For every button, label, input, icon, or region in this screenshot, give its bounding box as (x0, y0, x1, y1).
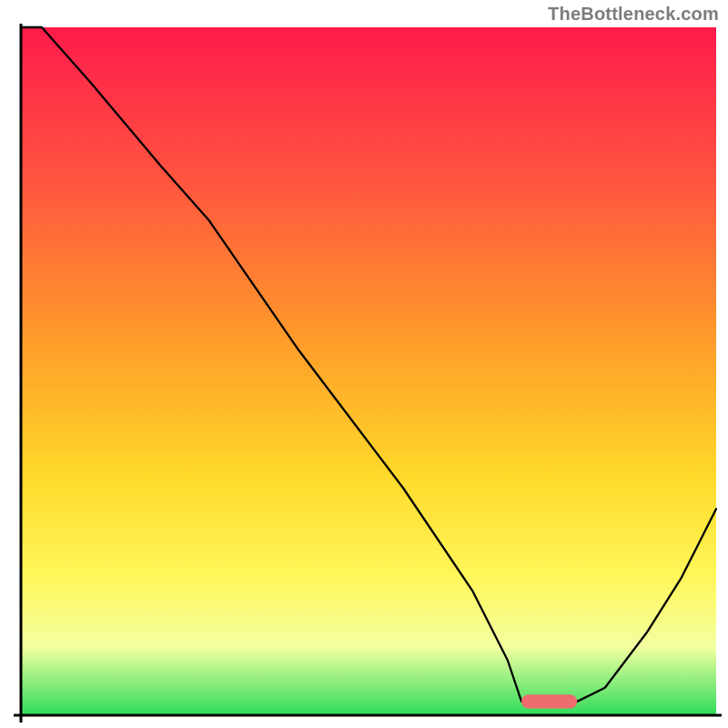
chart-container: TheBottleneck.com (0, 0, 728, 728)
gradient-background (21, 27, 716, 715)
optimum-marker (521, 694, 577, 708)
watermark-label: TheBottleneck.com (548, 4, 719, 25)
bottleneck-chart (0, 0, 728, 728)
